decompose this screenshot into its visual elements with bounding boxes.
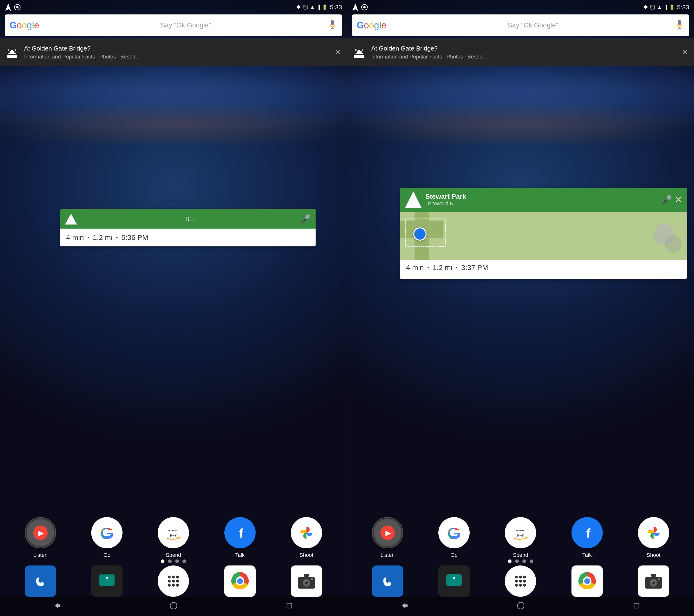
mic-button-left[interactable] — [328, 18, 337, 33]
app-shoot-left[interactable]: Shoot — [291, 517, 322, 558]
svg-point-27 — [172, 576, 175, 578]
search-bar-left[interactable]: G o o g l e Say "Ok Google" — [5, 15, 342, 36]
status-time-right: 5:33 — [677, 4, 689, 11]
messages-app-right[interactable]: " — [438, 565, 470, 597]
spend-icon-right[interactable]: amazon pay — [505, 517, 536, 548]
svg-rect-43 — [311, 578, 313, 580]
svg-point-76 — [523, 580, 526, 582]
nav-mic-left[interactable]: 🎤 — [300, 214, 311, 224]
shoot-icon-left[interactable] — [291, 517, 322, 548]
page-indicators-right — [347, 559, 694, 563]
home-btn-right[interactable] — [512, 599, 529, 614]
listen-icon-left[interactable]: ▶ — [25, 517, 56, 548]
spend-icon-left[interactable]: amazon pay — [158, 517, 189, 548]
nav-direction-arrow-left — [65, 214, 77, 224]
go-icon-left[interactable] — [91, 517, 123, 548]
shoot-icon-right[interactable] — [638, 517, 669, 548]
notif-close-left[interactable]: ✕ — [334, 47, 342, 58]
svg-rect-51 — [678, 20, 679, 23]
location-icon — [14, 4, 21, 11]
signal-icon: ▐ — [317, 5, 320, 10]
notification-left[interactable]: At Golden Gate Bridge? Information and P… — [0, 38, 347, 66]
app-listen-right[interactable]: ▶ Listen — [372, 517, 403, 558]
svg-text:f: f — [239, 526, 243, 540]
svg-point-31 — [176, 580, 179, 582]
talk-icon-left[interactable]: f — [224, 517, 256, 548]
nav-direction-arrow-right — [405, 191, 422, 208]
svg-text:": " — [453, 576, 456, 583]
svg-point-79 — [523, 584, 526, 587]
camera-app-right[interactable] — [638, 565, 669, 597]
vibrate-icon: 📳 — [303, 4, 308, 10]
app-shoot-right[interactable]: Shoot — [638, 517, 669, 558]
talk-icon-right[interactable]: f — [571, 517, 603, 548]
app-spend-right[interactable]: amazon pay Spend — [505, 517, 536, 558]
svg-rect-14 — [15, 49, 16, 51]
app-listen-left[interactable]: ▶ Listen — [25, 517, 56, 558]
svg-rect-57 — [358, 50, 360, 51]
wifi-icon: ▲ — [310, 4, 315, 10]
notification-right[interactable]: At Golden Gate Bridge? Information and P… — [347, 38, 694, 66]
recents-btn-left[interactable] — [281, 600, 297, 613]
svg-point-29 — [168, 580, 171, 582]
svg-point-42 — [305, 581, 306, 582]
mic-button-right[interactable] — [675, 18, 684, 33]
nav-mi-left: 1.2 mi — [93, 234, 112, 242]
app-go-left[interactable]: Go — [91, 517, 123, 558]
svg-point-19 — [178, 537, 180, 539]
notif-close-right[interactable]: ✕ — [681, 47, 689, 58]
search-bar-right[interactable]: G o o g l e Say "Ok Google" — [352, 15, 689, 36]
chrome-app-right[interactable] — [571, 565, 603, 597]
dot-3-right — [522, 559, 526, 563]
go-label-right: Go — [451, 552, 458, 558]
nav-destination-left: S... — [185, 216, 195, 223]
nav-time-right: 3:37 PM — [461, 263, 488, 272]
nav-arrow-icon — [5, 3, 12, 12]
nav-time-left: 5:36 PM — [121, 234, 148, 242]
recents-btn-right[interactable] — [628, 600, 645, 613]
svg-rect-11 — [11, 50, 13, 51]
camera-app-left[interactable] — [291, 565, 322, 597]
svg-marker-0 — [5, 3, 11, 11]
listen-label-right: Listen — [381, 552, 395, 558]
phone-app-left[interactable] — [25, 565, 56, 597]
nav-close-right[interactable]: ✕ — [675, 195, 682, 205]
nav-widget-left[interactable]: S... 🎤 4 min • 1.2 mi • 5:36 PM — [60, 209, 315, 246]
dot-4-right — [530, 559, 533, 563]
svg-text:f: f — [586, 526, 590, 540]
launcher-app-right[interactable] — [505, 565, 536, 597]
listen-icon-right[interactable]: ▶ — [372, 517, 403, 548]
app-talk-left[interactable]: f Talk — [224, 517, 256, 558]
svg-text:amazon: amazon — [168, 529, 178, 531]
back-btn-left[interactable] — [49, 600, 66, 613]
app-spend-left[interactable]: amazon pay Spend — [158, 517, 189, 558]
nav-sep2-right: • — [456, 265, 458, 270]
go-icon-right[interactable] — [438, 517, 470, 548]
app-go-right[interactable]: Go — [438, 517, 470, 558]
svg-text:amazon: amazon — [516, 529, 526, 531]
nav-widget-right[interactable]: Stewart Park Dr toward N... 🎤 ✕ 4 min • — [400, 188, 687, 279]
svg-rect-12 — [7, 57, 17, 58]
messages-app-left[interactable]: " — [91, 565, 123, 597]
app-dock-left: ▶ Listen Go — [0, 517, 347, 558]
svg-point-89 — [517, 602, 524, 609]
phone-app-right[interactable] — [372, 565, 403, 597]
talk-label-right: Talk — [582, 552, 592, 558]
nav-sep1-left: • — [87, 235, 89, 240]
svg-rect-45 — [287, 603, 292, 608]
svg-rect-88 — [658, 578, 660, 580]
status-left-right — [352, 3, 368, 12]
svg-point-82 — [584, 578, 590, 584]
launcher-app-left[interactable] — [158, 565, 189, 597]
home-btn-left[interactable] — [165, 599, 182, 614]
back-btn-right[interactable] — [397, 600, 413, 613]
nav-map-preview-right — [400, 212, 687, 260]
signal-icon-right: ▐ — [664, 5, 667, 10]
svg-rect-58 — [354, 57, 364, 58]
nav-mic-right[interactable]: 🎤 — [661, 195, 672, 205]
app-talk-right[interactable]: f Talk — [571, 517, 603, 558]
nav-bar-left — [0, 597, 347, 616]
svg-point-33 — [172, 584, 175, 587]
notif-text-left: At Golden Gate Bridge? Information and P… — [24, 45, 334, 60]
chrome-app-left[interactable] — [224, 565, 256, 597]
